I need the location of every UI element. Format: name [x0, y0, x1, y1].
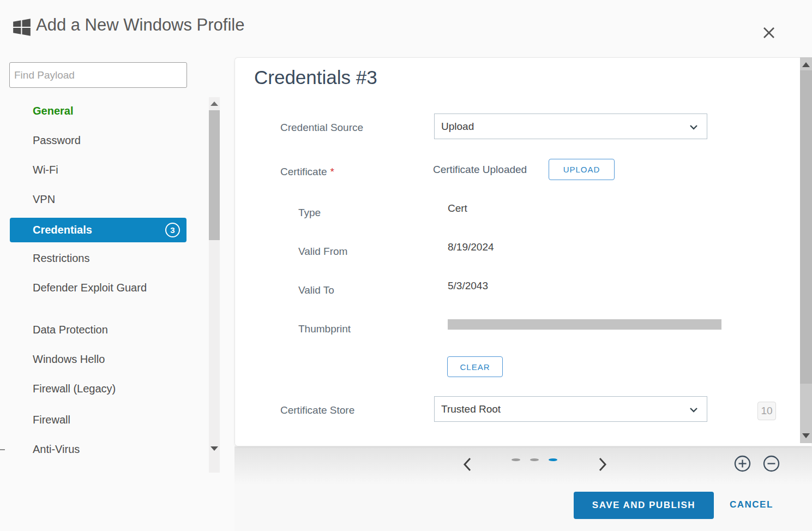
sidebar-item-anti-virus[interactable]: Anti-Virus — [33, 443, 80, 456]
scroll-up-icon[interactable] — [802, 62, 810, 67]
credential-source-value: Upload — [441, 121, 474, 133]
certificate-store-value: Trusted Root — [441, 403, 501, 415]
sidebar-scrollbar-thumb[interactable] — [209, 110, 220, 240]
add-payload-icon[interactable] — [734, 455, 751, 472]
sidebar-item-wifi[interactable]: Wi-Fi — [33, 164, 58, 176]
scroll-down-icon[interactable] — [210, 446, 218, 451]
sidebar-item-general[interactable]: General — [33, 105, 73, 117]
certificate-status: Certificate Uploaded — [433, 164, 527, 176]
credential-source-select[interactable]: Upload — [434, 114, 707, 139]
chevron-down-icon — [689, 405, 698, 415]
chevron-down-icon — [689, 123, 698, 133]
store-count-badge: 10 — [757, 402, 776, 420]
sidebar-item-defender-exploit-guard[interactable]: Defender Exploit Guard — [33, 282, 169, 294]
credentials-count-badge: 3 — [165, 223, 180, 237]
certificate-label-text: Certificate — [280, 166, 327, 177]
certificate-label: Certificate* — [280, 166, 334, 178]
footer-background — [234, 446, 812, 531]
sidebar-scrollbar[interactable] — [209, 97, 220, 473]
edge-artifact — [0, 449, 5, 450]
scroll-down-icon[interactable] — [802, 433, 810, 438]
valid-to-label: Valid To — [298, 284, 334, 296]
prev-payload-icon[interactable] — [461, 456, 473, 473]
type-value: Cert — [448, 202, 467, 214]
sidebar-item-password[interactable]: Password — [33, 134, 81, 147]
sidebar-item-label: Credentials — [33, 224, 92, 236]
panel-title: Credentials #3 — [254, 67, 377, 88]
sidebar-item-restrictions[interactable]: Restrictions — [33, 252, 89, 265]
upload-button[interactable]: UPLOAD — [549, 159, 615, 180]
save-and-publish-button[interactable]: SAVE AND PUBLISH — [574, 492, 714, 519]
next-payload-icon[interactable] — [597, 456, 609, 473]
clear-button[interactable]: CLEAR — [447, 356, 503, 377]
credential-source-label: Credential Source — [280, 122, 363, 134]
search-input[interactable] — [9, 62, 187, 88]
thumbprint-label: Thumbprint — [298, 323, 351, 335]
panel-scrollbar[interactable] — [800, 57, 812, 443]
page-dot-2[interactable] — [530, 458, 539, 461]
payload-panel: Credentials #3 Credential Source Upload … — [234, 57, 811, 446]
sidebar-item-firewall-legacy[interactable]: Firewall (Legacy) — [33, 383, 116, 395]
cancel-button[interactable]: CANCEL — [726, 499, 777, 511]
sidebar-item-vpn[interactable]: VPN — [33, 193, 55, 206]
valid-to-value: 5/3/2043 — [448, 280, 488, 292]
required-asterisk: * — [330, 166, 334, 177]
panel-scrollbar-thumb[interactable] — [800, 70, 812, 384]
page-title: Add a New Windows Profile — [36, 15, 245, 35]
sidebar-item-windows-hello[interactable]: Windows Hello — [33, 353, 105, 366]
valid-from-label: Valid From — [298, 246, 347, 258]
windows-logo-icon — [11, 17, 32, 38]
remove-payload-icon[interactable] — [763, 455, 780, 472]
sidebar-item-firewall[interactable]: Firewall — [33, 414, 70, 426]
sidebar-item-credentials[interactable]: Credentials 3 — [10, 218, 187, 242]
close-icon[interactable] — [759, 23, 779, 43]
scroll-up-icon[interactable] — [210, 102, 218, 106]
sidebar-item-data-protection[interactable]: Data Protection — [33, 324, 108, 336]
page-dot-3-active[interactable] — [549, 458, 557, 461]
certificate-store-select[interactable]: Trusted Root — [434, 396, 707, 422]
thumbprint-redacted-value — [448, 319, 721, 330]
page-dot-1[interactable] — [512, 458, 520, 461]
certificate-store-label: Certificate Store — [280, 404, 354, 416]
type-label: Type — [298, 207, 321, 219]
valid-from-value: 8/19/2024 — [448, 241, 494, 253]
